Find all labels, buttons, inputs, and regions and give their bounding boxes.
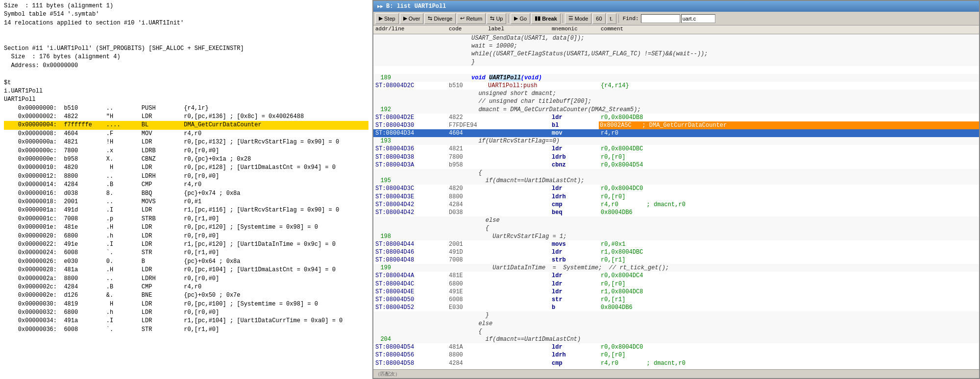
asm-addr: ST:08004D30 <box>373 121 427 129</box>
asm-addr: ST:08004D4A <box>373 272 427 280</box>
column-header: addr/line code label mnemonic comment <box>373 25 979 34</box>
code-row[interactable]: ST:08004D506008strr0,[r1] <box>373 296 979 304</box>
asm-addr: ST:08004D58 <box>373 359 427 367</box>
asm-code: 4821 <box>447 145 486 153</box>
code-row[interactable]: } <box>373 58 979 66</box>
code-row[interactable]: ST:08004D3E8800ldrhr0,[r0] <box>373 193 979 201</box>
asm-comment: r1,0x8004DBC <box>599 248 979 256</box>
code-row[interactable]: 204 if(dmacnt==Uart1DmaLastCnt) <box>373 335 979 343</box>
code-row[interactable]: ST:08004D424284cmpr4,r0 ; dmacnt,r0 <box>373 201 979 209</box>
asm-mnemonic: cbnz <box>550 161 599 169</box>
title-icon: ▶▶ <box>377 3 383 9</box>
source-line-text: // unsigned char titlebuff[200]; <box>393 97 979 105</box>
code-row[interactable]: ST:08004D52E030b0x8004DB6 <box>373 304 979 311</box>
code-row[interactable]: ST:08004D2E4822ldrr0,0x8004DB8 <box>373 114 979 121</box>
code-row[interactable] <box>373 66 979 74</box>
code-row[interactable]: 199 Uart1DataInTime = Systemtime; // rt_… <box>373 264 979 272</box>
asm-code: 6008 <box>447 296 486 304</box>
code-row[interactable]: wait = 10000; <box>373 42 979 50</box>
right-debugger-panel: ▶▶ B: list UART1Poll ▶ Step ▶ Over ⇆ Div… <box>372 0 980 379</box>
asm-comment: {r4,r14} <box>599 82 979 90</box>
code-row[interactable]: else <box>373 320 979 328</box>
asm-addr: ST:08004D4C <box>373 280 427 288</box>
asm-addr: ST:08004D3E <box>373 193 427 201</box>
asm-mnemonic: strb <box>550 256 599 264</box>
asm-code: 491D <box>447 248 486 256</box>
code-row[interactable]: // unsigned char titlebuff[200]; <box>373 97 979 105</box>
code-row[interactable]: ST:08004D3C4820ldrr0,0x8004DC0 <box>373 185 979 192</box>
code-row[interactable]: ST:08004D30F7FDFE94bl0x8002A5C ; DMA_Get… <box>373 121 979 129</box>
debugger-title: B: list UART1Poll <box>386 3 446 10</box>
code-row[interactable]: ST:08004D46491Dldrr1,0x8004DBC <box>373 248 979 256</box>
code-row[interactable]: 189void UART1Poll(void) <box>373 74 979 82</box>
code-row[interactable]: ST:08004D442001movsr0,#0x1 <box>373 240 979 248</box>
asm-code: 4820 <box>447 185 486 192</box>
diverge-button[interactable]: ⇆ Diverge <box>424 13 456 24</box>
break-button[interactable]: ▮▮ Break <box>531 13 561 24</box>
code-row[interactable]: ST:08004D487008strbr0,[r1] <box>373 256 979 264</box>
diverge-icon: ⇆ <box>428 15 432 22</box>
code-row[interactable]: ST:08004D2Cb510UART1Poll:push{r4,r14} <box>373 82 979 90</box>
left-panel-line: 0x00000014: 4284 .B CMP r4,r0 <box>4 181 368 189</box>
code-row[interactable]: { <box>373 328 979 335</box>
code-row[interactable]: ST:08004D584284cmpr4,r0 ; dmacnt,r0 <box>373 359 979 367</box>
code-row[interactable]: ST:08004D4A481Eldrr0,0x8004DC4 <box>373 272 979 280</box>
asm-code: 4284 <box>447 201 486 209</box>
source-line-text: void UART1Poll(void) <box>393 74 979 82</box>
code-row[interactable]: ST:08004D568800ldrhr0,[r0] <box>373 351 979 359</box>
left-panel-line: Section #11 'i.UART1Poll' (SHT_PROGBITS)… <box>4 45 368 53</box>
code-row[interactable]: 195 if(dmacnt==Uart1DmaLastCnt); <box>373 177 979 185</box>
code-row[interactable]: ST:08004D4C6800ldrr0,[r0] <box>373 280 979 288</box>
t-button[interactable]: t. <box>607 13 616 24</box>
source-line-num: 193 <box>373 137 393 145</box>
code-row[interactable]: 193 if(UartRcvStartFlag==0) <box>373 137 979 145</box>
col-addr-header: addr/line <box>373 26 427 33</box>
asm-mnemonic: ldr <box>550 272 599 280</box>
asm-comment: r0,0x8004DBC <box>599 145 979 153</box>
over-button[interactable]: ▶ Over <box>400 13 424 24</box>
code-row[interactable]: while((USART_GetFlagStatus(USART1,USART_… <box>373 50 979 58</box>
return-button[interactable]: ↩ Return <box>457 13 486 24</box>
find-input[interactable] <box>641 14 680 23</box>
code-row[interactable]: unsigned short dmacnt; <box>373 90 979 97</box>
code-listing-area[interactable]: USART_SendData(USART1, data[0]);wait = 1… <box>373 34 979 369</box>
asm-code: 2001 <box>447 240 486 248</box>
asm-code: 4822 <box>447 114 486 121</box>
code-row[interactable]: ST:08004D3Ab958cbnzr0,0x8004D54 <box>373 161 979 169</box>
asm-comment: r0,0x8004DC0 <box>599 185 979 192</box>
asm-comment: r0,0x8004D54 <box>599 161 979 169</box>
mode-button[interactable]: ☰ Mode <box>565 13 592 24</box>
source-line-text: else <box>393 320 979 328</box>
asm-mnemonic: bl <box>550 121 599 129</box>
code-row[interactable]: { <box>373 224 979 232</box>
asm-addr: ST:08004D54 <box>373 343 427 351</box>
step-button[interactable]: ▶ Step <box>375 13 399 24</box>
asm-code: 491E <box>447 288 486 296</box>
bottom-status-bar: （匹配次） <box>373 369 979 378</box>
code-row[interactable]: } <box>373 311 979 319</box>
code-row[interactable]: ST:08004D344604movr4,r0 <box>373 129 979 137</box>
code-row[interactable]: ST:08004D364821ldrr0,0x8004DBC <box>373 145 979 153</box>
num60-button[interactable]: 60 <box>592 13 605 24</box>
left-panel-line: 0x00000032: 6800 .h LDR r0,[r0,#0] <box>4 308 368 317</box>
up-button[interactable]: ⇆ Up <box>487 13 506 24</box>
toolbar-separator-1 <box>508 14 509 23</box>
asm-mnemonic: cmp <box>550 359 599 367</box>
asm-comment: r0,0x8004DB8 <box>599 114 979 121</box>
code-row[interactable]: else <box>373 216 979 224</box>
code-row[interactable]: 198 UartRcvStartFlag = 1; <box>373 233 979 240</box>
left-panel-line <box>4 27 368 36</box>
code-row[interactable]: 192 dmacnt = DMA_GetCurrDataCounter(DMA2… <box>373 106 979 114</box>
asm-comment: r0,[r0] <box>599 351 979 359</box>
asm-code: b958 <box>447 161 486 169</box>
code-row[interactable]: USART_SendData(USART1, data[0]); <box>373 34 979 42</box>
code-row[interactable]: ST:08004D387800ldrbr0,[r0] <box>373 153 979 161</box>
code-row[interactable]: ST:08004D4E491Eldrr1,0x8004DC8 <box>373 288 979 296</box>
code-row[interactable]: ST:08004D54481Aldrr0,0x8004DC0 <box>373 343 979 351</box>
code-row[interactable]: { <box>373 169 979 177</box>
left-panel-line: UART1Poll <box>4 95 368 104</box>
code-row[interactable]: ST:08004D42D038beq0x8004DB6 <box>373 209 979 216</box>
asm-code: 4604 <box>447 129 486 137</box>
go-button[interactable]: ▶ Go <box>511 13 530 24</box>
find-file-input[interactable] <box>681 14 715 23</box>
